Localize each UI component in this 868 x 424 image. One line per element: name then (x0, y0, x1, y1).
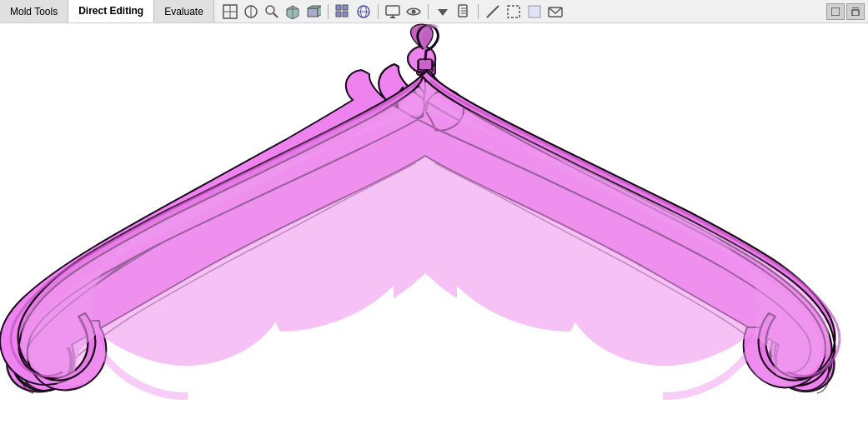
svg-point-23 (411, 9, 415, 13)
toolbar-icon-box2[interactable] (504, 2, 523, 21)
toolbar-icon-grid[interactable] (334, 2, 352, 21)
tab-evaluate-label: Evaluate (164, 6, 203, 17)
tab-evaluate[interactable]: Evaluate (154, 0, 214, 22)
toolbar-icon-doc[interactable] (454, 2, 473, 21)
svg-rect-13 (336, 5, 341, 10)
toolbar-icon-line[interactable] (484, 2, 502, 21)
svg-rect-31 (529, 6, 540, 17)
svg-point-5 (266, 6, 274, 14)
tab-group: Mold Tools Direct Editing Evaluate (0, 0, 214, 22)
toolbar-icon-2[interactable] (242, 2, 260, 21)
svg-rect-34 (852, 10, 859, 16)
toolbar-icon-down[interactable] (434, 2, 452, 21)
toolbar-icons (214, 2, 826, 21)
separator-4 (478, 4, 479, 19)
tab-mold-tools-label: Mold Tools (10, 6, 58, 17)
svg-rect-38 (419, 59, 432, 70)
separator-1 (328, 4, 329, 19)
restore-button[interactable] (826, 3, 845, 20)
window-buttons (826, 3, 868, 20)
svg-rect-10 (308, 8, 318, 17)
svg-line-29 (487, 6, 499, 17)
separator-3 (428, 4, 429, 19)
toolbar-icon-1[interactable] (221, 2, 239, 21)
toolbar-icon-cube2[interactable] (304, 2, 323, 21)
toolbar-icon-globe[interactable] (354, 2, 373, 21)
svg-rect-33 (831, 7, 840, 16)
toolbar: Mold Tools Direct Editing Evaluate (0, 0, 868, 23)
canvas-area (0, 23, 868, 424)
hanger-final (0, 23, 868, 424)
svg-rect-16 (343, 12, 348, 17)
svg-marker-24 (438, 9, 448, 16)
svg-rect-14 (343, 5, 348, 10)
svg-rect-20 (386, 6, 399, 15)
svg-line-6 (273, 13, 278, 17)
tab-direct-editing-label: Direct Editing (78, 5, 143, 17)
toolbar-icon-eye[interactable] (404, 2, 423, 21)
toolbar-icon-cube[interactable] (283, 2, 302, 21)
svg-rect-30 (508, 6, 519, 17)
separator-2 (378, 4, 379, 19)
toolbar-icon-search[interactable] (263, 2, 281, 21)
tab-mold-tools[interactable]: Mold Tools (0, 0, 68, 22)
maximize-button[interactable] (846, 3, 865, 20)
svg-rect-15 (336, 12, 341, 17)
toolbar-icon-monitor[interactable] (384, 2, 402, 21)
toolbar-icon-faded-box[interactable] (525, 2, 544, 21)
tab-direct-editing[interactable]: Direct Editing (68, 0, 154, 22)
toolbar-icon-envelope[interactable] (546, 2, 564, 21)
